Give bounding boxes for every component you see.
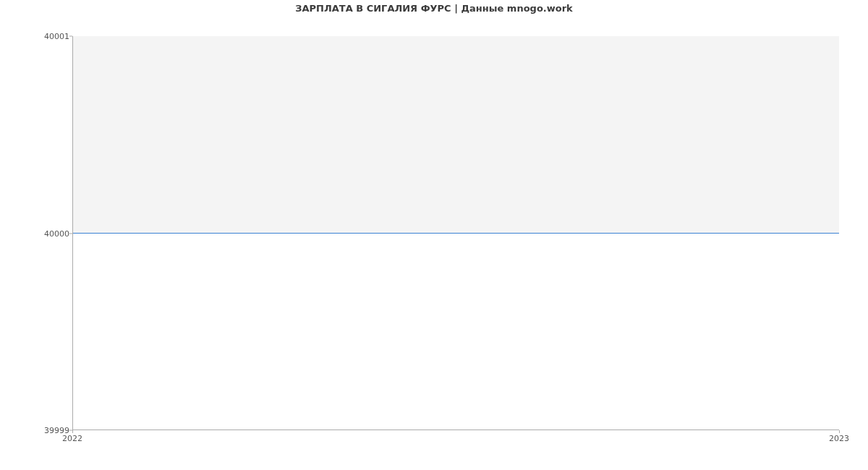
grid-band [73, 233, 839, 430]
x-tick-label: 2022 [62, 434, 82, 443]
plot-area [72, 36, 839, 430]
x-tick-mark [72, 430, 73, 433]
x-tick-label: 2023 [829, 434, 849, 443]
salary-line-chart: ЗАРПЛАТА В СИГАЛИЯ ФУРС | Данные mnogo.w… [0, 0, 868, 470]
y-tick-label: 40000 [4, 228, 69, 238]
chart-title: ЗАРПЛАТА В СИГАЛИЯ ФУРС | Данные mnogo.w… [0, 3, 868, 14]
data-series-line [73, 233, 839, 234]
y-tick-label: 40001 [4, 32, 69, 41]
grid-band [73, 36, 839, 233]
x-tick-mark [839, 430, 840, 433]
y-tick-label: 39999 [4, 426, 69, 435]
